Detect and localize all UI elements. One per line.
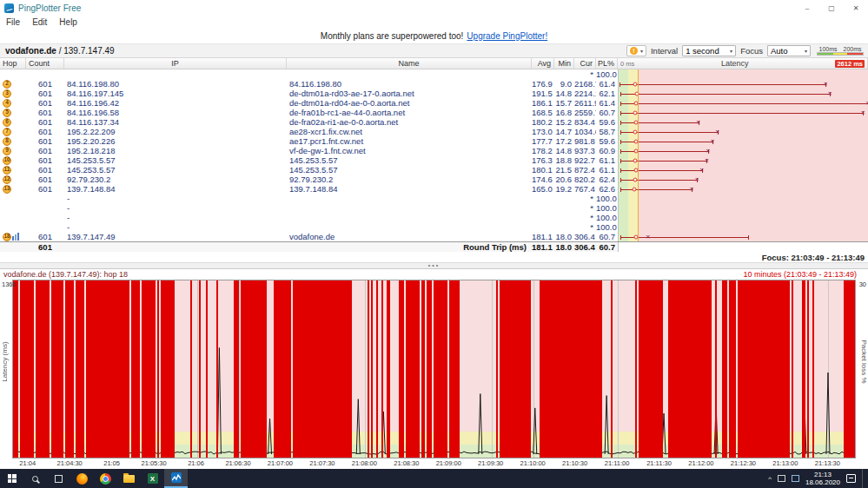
y-axis-right-title: Packet loss %	[860, 329, 868, 395]
menu-help[interactable]: Help	[53, 17, 83, 27]
col-header-count[interactable]: Count	[26, 58, 64, 69]
latency-cell: ✕	[618, 117, 868, 127]
tray-icon-2[interactable]	[792, 475, 799, 482]
col-header-pl[interactable]: PL%	[596, 58, 618, 69]
latency-range-line	[620, 237, 748, 238]
hop-cell	[0, 194, 26, 203]
latency-range-line	[620, 94, 831, 95]
show-desktop-button[interactable]	[862, 469, 865, 488]
hop-cell: 8	[0, 136, 26, 146]
col-header-avg[interactable]: Avg	[532, 58, 554, 69]
cur-cell: 306.4	[574, 232, 596, 241]
count-cell: 601	[26, 117, 64, 127]
range-cap-min	[620, 149, 621, 154]
hop-row[interactable]: -*100.0	[0, 213, 868, 222]
menu-file[interactable]: File	[0, 17, 26, 27]
interval-label: Interval	[651, 46, 678, 56]
hop-row[interactable]: -*100.0	[0, 222, 868, 232]
latency-cell: ✕	[618, 232, 868, 241]
latency-cell: ✕	[618, 184, 868, 194]
col-header-name[interactable]: Name	[287, 58, 532, 69]
summary-latency-cell	[618, 242, 868, 252]
taskbar-excel[interactable]: X	[141, 469, 164, 488]
cur-cell: *	[574, 194, 596, 203]
hop-row[interactable]: 13601139.7.148.84139.7.148.84165.019.276…	[0, 184, 868, 194]
hop-cell: 13	[0, 184, 26, 194]
hop-row[interactable]: 560184.116.196.58de-fra01b-rc1-ae-44-0.a…	[0, 108, 868, 117]
hop-row[interactable]: 11601145.253.5.57145.253.5.57180.121.587…	[0, 165, 868, 175]
summary-count-cell: 601	[26, 242, 64, 253]
upgrade-link[interactable]: Upgrade PingPlotter!	[467, 31, 547, 41]
col-header-min[interactable]: Min	[554, 58, 574, 69]
hop-row[interactable]: 10601145.253.5.57145.253.5.57176.318.892…	[0, 155, 868, 165]
hop-row[interactable]: 7601195.2.22.209ae28-xcr1.fix.cw.net173.…	[0, 127, 868, 136]
current-latency-marker: ✕	[646, 234, 650, 240]
hop-row[interactable]: 1260192.79.230.292.79.230.2174.620.6820.…	[0, 175, 868, 184]
alerts-button[interactable]: !	[626, 45, 646, 56]
avg-cell: 180.2	[532, 117, 554, 127]
col-header-latency[interactable]: 0 ms Latency 2612 ms	[618, 58, 868, 69]
interval-select[interactable]: 1 second	[682, 45, 736, 56]
close-button[interactable]: ✕	[844, 0, 868, 16]
minimize-button[interactable]: –	[795, 0, 819, 16]
ip-cell: 84.116.137.34	[64, 117, 287, 127]
taskbar-chrome[interactable]	[94, 469, 117, 488]
hop-row[interactable]: 18601139.7.147.49vodafone.de181.118.0306…	[0, 232, 868, 241]
task-view-button[interactable]	[47, 469, 70, 488]
col-header-hop[interactable]: Hop	[0, 58, 26, 69]
cur-cell: *	[574, 222, 596, 232]
latency-cell: ✕	[618, 155, 868, 165]
hop-row[interactable]: -*100.0	[0, 194, 868, 203]
ip-cell: 195.2.20.226	[64, 136, 287, 146]
hop-row[interactable]: 660184.116.137.34de-fra02a-ri1-ae-0-0.ao…	[0, 117, 868, 127]
start-button[interactable]	[0, 469, 23, 488]
maximize-button[interactable]: ▢	[819, 0, 844, 16]
ip-cell: 84.116.196.58	[64, 108, 287, 117]
taskbar-firefox[interactable]	[70, 469, 94, 488]
cur-cell: 834.4	[574, 117, 596, 127]
col-header-ip[interactable]: IP	[64, 58, 287, 69]
tray-expand-icon[interactable]	[768, 475, 772, 483]
cur-cell: 981.8	[574, 136, 596, 146]
latency-cell: ✕	[618, 98, 868, 108]
taskbar: X 21:13 18.06.2020	[0, 469, 868, 488]
ip-cell: 84.116.198.80	[64, 79, 287, 89]
task-view-icon	[55, 475, 63, 483]
range-cap-min	[620, 235, 621, 240]
avg-cell: 173.0	[532, 127, 554, 136]
pingplotter-app-icon	[4, 3, 14, 13]
hop-row[interactable]: 460184.116.196.42de-dtm01a-rd04-ae-0-0.a…	[0, 98, 868, 108]
current-latency-marker: ✕	[824, 81, 828, 87]
taskbar-file-explorer[interactable]	[117, 469, 141, 488]
hop-cell: 11	[0, 165, 26, 175]
count-cell: 601	[26, 175, 64, 184]
target-address[interactable]: vodafone.de / 139.7.147.49	[5, 46, 115, 56]
action-center-icon[interactable]	[846, 474, 856, 483]
latency-scale-max: 2612 ms	[835, 60, 865, 68]
focus-select[interactable]: Auto	[767, 45, 811, 56]
col-header-cur[interactable]: Cur	[574, 58, 596, 69]
x-axis-tick-labels: 21:0421:04:3021:0521:05:3021:0621:06:302…	[0, 459, 868, 469]
pl-cell: 100.0	[596, 213, 618, 222]
hop-row[interactable]: *100.0	[0, 69, 868, 79]
hop-row[interactable]: 360184.116.197.145de-dtm01a-rd03-ae-17-0…	[0, 89, 868, 98]
taskbar-pingplotter[interactable]	[164, 469, 188, 488]
current-latency-marker: ✕	[715, 129, 719, 135]
taskbar-clock[interactable]: 21:13 18.06.2020	[805, 471, 840, 486]
pane-splitter[interactable]: •••	[0, 262, 868, 269]
average-latency-marker	[633, 82, 638, 86]
hop-row[interactable]: 8601195.2.20.226ae17.pcr1.fnt.cw.net177.…	[0, 136, 868, 146]
hop-row[interactable]: 9601195.2.18.218vf-de-gw-1.fnt.cw.net178…	[0, 146, 868, 155]
tray-icon-1[interactable]	[778, 475, 785, 482]
count-cell: 601	[26, 184, 64, 194]
round-trip-row: 601 Round Trip (ms) 181.1 18.0 306.4 60.…	[0, 241, 868, 252]
average-latency-marker	[633, 234, 638, 239]
menu-edit[interactable]: Edit	[26, 17, 53, 27]
timeline-plot-canvas[interactable]	[12, 280, 856, 458]
summary-cur-cell: 306.4	[574, 242, 596, 253]
taskbar-search-button[interactable]	[23, 469, 47, 488]
hop-row[interactable]: 260184.116.198.8084.116.198.80176.99.021…	[0, 79, 868, 89]
hop-row[interactable]: -*100.0	[0, 203, 868, 213]
x-axis-tick-label: 21:09:00	[436, 459, 461, 467]
hop-cell: 7	[0, 127, 26, 136]
